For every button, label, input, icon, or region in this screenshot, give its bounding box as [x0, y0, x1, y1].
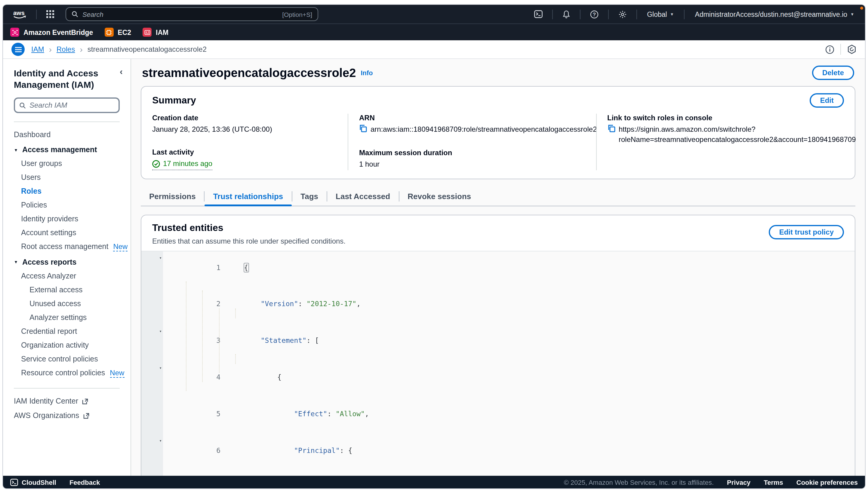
triangle-down-icon: ▼ [14, 148, 18, 152]
sidebar-item-external-access[interactable]: External access [3, 283, 130, 297]
favorite-iam[interactable]: IAM [143, 28, 168, 37]
arn-value: arn:aws:iam::180941968709:role/streamnat… [371, 124, 597, 135]
sidebar-search-input[interactable]: Search IAM [14, 98, 120, 114]
line-number: 6 ▾ [141, 437, 163, 474]
global-search-input[interactable]: Search [Option+S] [66, 7, 318, 21]
new-badge[interactable]: New [113, 243, 127, 252]
breadcrumb-link-roles[interactable]: Roles [56, 45, 75, 53]
sidebar-section-access-management[interactable]: ▼ Access management [3, 142, 130, 157]
tab[interactable]: Tags [292, 187, 327, 206]
last-activity-label: Last activity [152, 148, 339, 156]
aws-top-nav: aws Search [Option+S] [3, 5, 865, 23]
tab[interactable]: Permissions [141, 187, 204, 206]
settings-gear-icon[interactable] [614, 10, 631, 18]
top-nav-right: ? Global ▼ AdministratorAccess/dustin.ne… [530, 9, 859, 19]
sidebar-item-dashboard[interactable]: Dashboard [3, 128, 130, 142]
sidebar-item-service-control-policies[interactable]: Service control policies [3, 352, 130, 366]
edit-trust-policy-button[interactable]: Edit trust policy [769, 225, 844, 240]
services-grid-icon[interactable] [42, 10, 58, 18]
fold-icon[interactable]: ▾ [159, 327, 162, 336]
trusted-entities-card: Trusted entities Entities that can assum… [141, 215, 855, 476]
favorite-ec2[interactable]: EC2 [104, 28, 131, 37]
tab[interactable]: Revoke sessions [399, 187, 479, 206]
line-number: 7 [141, 474, 163, 476]
line-number: 3 ▾ [141, 327, 163, 364]
search-placeholder: Search [82, 10, 103, 18]
tab[interactable]: Last Accessed [327, 187, 398, 206]
cloudshell-footer-button[interactable]: CloudShell [10, 478, 56, 486]
max-session-label: Maximum session duration [359, 149, 587, 157]
sidebar-item-user-groups[interactable]: User groups [3, 157, 130, 171]
eventbridge-icon [10, 28, 19, 37]
breadcrumb-separator-icon: › [80, 45, 82, 54]
divider [552, 9, 552, 19]
last-activity-value: 17 minutes ago [152, 159, 212, 170]
code-line: 6 ▾ "Principal": { [141, 437, 855, 474]
account-menu[interactable]: AdministratorAccess/dustin.nest@streamna… [690, 10, 859, 18]
new-badge[interactable]: New [110, 369, 124, 378]
info-link[interactable]: Info [361, 69, 373, 76]
fold-icon[interactable]: ▾ [159, 437, 162, 446]
copy-icon[interactable] [607, 124, 615, 132]
sidebar-item-identity-providers[interactable]: Identity providers [3, 212, 130, 226]
favorite-label: IAM [156, 29, 168, 36]
external-link-icon [83, 413, 89, 419]
sidebar-item-unused-access[interactable]: Unused access [3, 297, 130, 311]
code-line: 5 "Effect": "Allow", [141, 400, 855, 437]
region-selector[interactable]: Global ▼ [642, 10, 678, 18]
summary-col-2: ARN arn:aws:iam::180941968709:role/strea… [348, 114, 596, 171]
sidebar-collapse-icon[interactable]: ‹ [120, 67, 123, 76]
cloudshell-icon[interactable] [530, 10, 546, 18]
sidebar-item-roles[interactable]: Roles [3, 184, 130, 198]
sidebar-item-analyzer-settings[interactable]: Analyzer settings [3, 311, 130, 324]
breadcrumb-link-iam[interactable]: IAM [31, 45, 44, 53]
tab[interactable]: Trust relationships [205, 187, 292, 206]
trust-policy-code-viewer[interactable]: 1 ▾ { 2 [141, 251, 855, 476]
delete-button[interactable]: Delete [812, 66, 854, 80]
summary-card: Summary Edit Creation date January 28, 2… [141, 86, 855, 179]
sidebar-item-root-access-management[interactable]: Root access managementNew [3, 240, 130, 254]
page-title: streamnativeopencatalogaccessrole2 [142, 66, 356, 80]
favorite-label: EC2 [118, 29, 131, 36]
sidebar-item-access-analyzer[interactable]: Access Analyzer [3, 269, 130, 283]
indent-guide [202, 291, 203, 382]
external-link-icon [82, 398, 89, 405]
indent-guide [186, 282, 187, 391]
sidebar-title: Identity and Access Management (IAM) ‹ [3, 59, 130, 95]
trusted-entities-heading: Trusted entities [152, 223, 346, 234]
sidebar-item-users[interactable]: Users [3, 171, 130, 184]
sidebar-section-access-reports[interactable]: ▼ Access reports [3, 254, 130, 269]
sidebar-link-aws-organizations[interactable]: AWS Organizations [3, 409, 130, 423]
copy-icon[interactable] [359, 124, 367, 132]
edit-button[interactable]: Edit [810, 93, 844, 108]
sidebar-item-credential-report[interactable]: Credential report [3, 324, 130, 338]
side-nav-toggle[interactable] [11, 43, 25, 56]
line-number: 1 ▾ [141, 254, 163, 291]
sidebar-item-policies[interactable]: Policies [3, 198, 130, 212]
favorite-eventbridge[interactable]: Amazon EventBridge [10, 28, 93, 37]
fold-icon[interactable]: ▾ [159, 254, 162, 263]
svg-text:?: ? [593, 11, 596, 17]
sidebar-link-iam-identity-center[interactable]: IAM Identity Center [3, 394, 130, 409]
help-icon[interactable]: ? [586, 10, 602, 18]
divider [636, 9, 637, 19]
sidebar-item-account-settings[interactable]: Account settings [3, 226, 130, 240]
creation-date-label: Creation date [152, 114, 339, 122]
notifications-bell-icon[interactable] [558, 10, 574, 18]
shortcuts-hexagon-icon[interactable] [847, 45, 857, 54]
trusted-entities-description: Entities that can assume this role under… [152, 237, 346, 246]
sidebar-item-organization-activity[interactable]: Organization activity [3, 338, 130, 352]
sidebar-item-resource-control-policies[interactable]: Resource control policiesNew [3, 366, 130, 380]
region-label: Global [647, 10, 667, 18]
cookie-preferences-link[interactable]: Cookie preferences [796, 478, 858, 486]
terms-link[interactable]: Terms [764, 478, 783, 486]
divider [608, 9, 609, 19]
aws-logo[interactable]: aws [11, 9, 28, 20]
divider [14, 122, 120, 122]
breadcrumb-bar: IAM › Roles › streamnativeopencatalogacc… [3, 40, 865, 59]
divider [840, 44, 841, 55]
privacy-link[interactable]: Privacy [727, 478, 750, 486]
feedback-button[interactable]: Feedback [70, 478, 100, 486]
info-panel-icon[interactable] [825, 45, 834, 54]
fold-icon[interactable]: ▾ [159, 364, 162, 373]
